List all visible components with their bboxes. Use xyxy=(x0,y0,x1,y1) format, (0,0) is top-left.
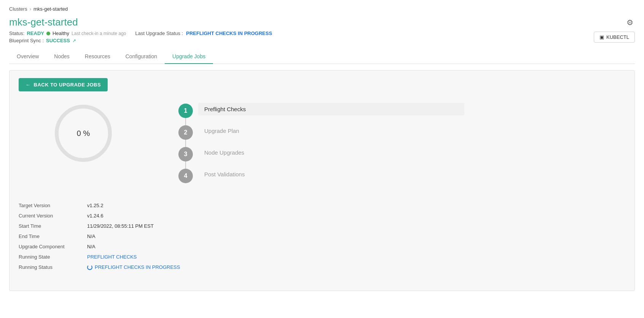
back-button-label: BACK TO UPGRADE JOBS xyxy=(34,82,101,88)
info-key-0: Target Version xyxy=(19,202,87,209)
steps-container: 1 Preflight Checks 2 Upgrade Plan xyxy=(178,103,625,187)
step-circle-1: 1 xyxy=(178,104,193,118)
breadcrumb-separator: › xyxy=(30,6,31,12)
step-row-3: 3 Node Upgrades xyxy=(178,146,625,162)
status-label: Status: xyxy=(9,30,24,36)
back-arrow-icon: ← xyxy=(25,82,31,88)
health-dot xyxy=(46,32,50,35)
step-row-2: 2 Upgrade Plan xyxy=(178,125,625,140)
last-upgrade-section: Last Upgrade Status : PREFLIGHT CHECKS I… xyxy=(135,30,272,36)
header-right: ⚙ ▣ KUBECTL xyxy=(594,16,635,43)
step-label-2: Upgrade Plan xyxy=(204,128,239,134)
blueprint-row: Blueprint Sync : SUCCESS ↗ xyxy=(9,38,272,43)
status-item: Status: READY Healthy Last check-in a mi… xyxy=(9,30,126,36)
health-label: Healthy xyxy=(52,30,69,36)
header-row: mks-get-started Status: READY Healthy La… xyxy=(9,16,635,43)
cluster-title: mks-get-started xyxy=(9,16,272,28)
step-label-1: Preflight Checks xyxy=(204,106,246,112)
info-key-3: End Time xyxy=(19,233,87,240)
tabs-row: Overview Nodes Resources Configuration U… xyxy=(9,50,635,64)
info-value-2: 11/29/2022, 08:55:11 PM EST xyxy=(87,222,201,230)
step-label-wrapper-2: Upgrade Plan xyxy=(198,125,464,137)
status-row: Status: READY Healthy Last check-in a mi… xyxy=(9,30,272,36)
checkin-text: Last check-in a minute ago xyxy=(72,31,126,36)
step-label-3: Node Upgrades xyxy=(204,149,244,156)
info-key-4: Upgrade Component xyxy=(19,243,87,250)
info-section: Target Version v1.25.2 Current Version v… xyxy=(19,202,625,271)
app-container: Clusters › mks-get-started mks-get-start… xyxy=(0,0,644,318)
step-label-4: Post Validations xyxy=(204,171,245,177)
gear-icon[interactable]: ⚙ xyxy=(625,16,635,29)
info-value-3: N/A xyxy=(87,233,201,240)
running-status-text: PREFLIGHT CHECKS IN PROGRESS xyxy=(95,264,180,270)
info-value-6: PREFLIGHT CHECKS IN PROGRESS xyxy=(87,264,201,271)
progress-circle-container: 0 % xyxy=(41,103,125,164)
info-key-2: Start Time xyxy=(19,222,87,230)
tab-nodes[interactable]: Nodes xyxy=(46,50,77,64)
progress-text: 0 % xyxy=(77,129,90,138)
last-upgrade-label: Last Upgrade Status : xyxy=(135,30,183,36)
info-value-5[interactable]: PREFLIGHT CHECKS xyxy=(87,253,201,260)
kubectl-icon: ▣ xyxy=(599,34,604,40)
kubectl-label: KUBECTL xyxy=(606,34,629,40)
step-circle-2: 2 xyxy=(178,125,193,140)
kubectl-button[interactable]: ▣ KUBECTL xyxy=(594,32,635,43)
spinner-icon xyxy=(87,265,92,270)
content-area: ← BACK TO UPGRADE JOBS 0 % 1 xyxy=(9,70,635,291)
tab-resources[interactable]: Resources xyxy=(77,50,118,64)
step-label-wrapper-4: Post Validations xyxy=(198,168,464,181)
info-value-0: v1.25.2 xyxy=(87,202,201,209)
breadcrumb-clusters[interactable]: Clusters xyxy=(9,6,27,12)
main-content: 0 % 1 Preflight Checks 2 xyxy=(19,103,625,187)
info-key-5: Running State xyxy=(19,253,87,260)
tab-overview[interactable]: Overview xyxy=(9,50,46,64)
step-circle-4: 4 xyxy=(178,169,193,183)
breadcrumb: Clusters › mks-get-started xyxy=(9,6,635,12)
info-key-6: Running Status xyxy=(19,264,87,271)
info-value-4: N/A xyxy=(87,243,201,250)
blueprint-label: Blueprint Sync : xyxy=(9,38,44,43)
step-label-wrapper-1: Preflight Checks xyxy=(198,103,464,115)
step-label-wrapper-3: Node Upgrades xyxy=(198,146,464,159)
info-value-1: v1.24.6 xyxy=(87,212,201,219)
breadcrumb-current: mks-get-started xyxy=(33,6,68,12)
progress-circle: 0 % xyxy=(53,103,114,164)
blueprint-value: SUCCESS xyxy=(46,38,70,43)
tab-upgrade-jobs[interactable]: Upgrade Jobs xyxy=(165,50,213,64)
status-ready: READY xyxy=(27,30,44,36)
back-to-upgrade-jobs-button[interactable]: ← BACK TO UPGRADE JOBS xyxy=(19,78,108,91)
last-upgrade-value[interactable]: PREFLIGHT CHECKS IN PROGRESS xyxy=(186,30,272,36)
external-link-icon[interactable]: ↗ xyxy=(72,38,76,43)
step-row-1: 1 Preflight Checks xyxy=(178,103,625,118)
info-key-1: Current Version xyxy=(19,212,87,219)
step-circle-3: 3 xyxy=(178,147,193,161)
tab-configuration[interactable]: Configuration xyxy=(118,50,165,64)
step-row-4: 4 Post Validations xyxy=(178,168,625,184)
